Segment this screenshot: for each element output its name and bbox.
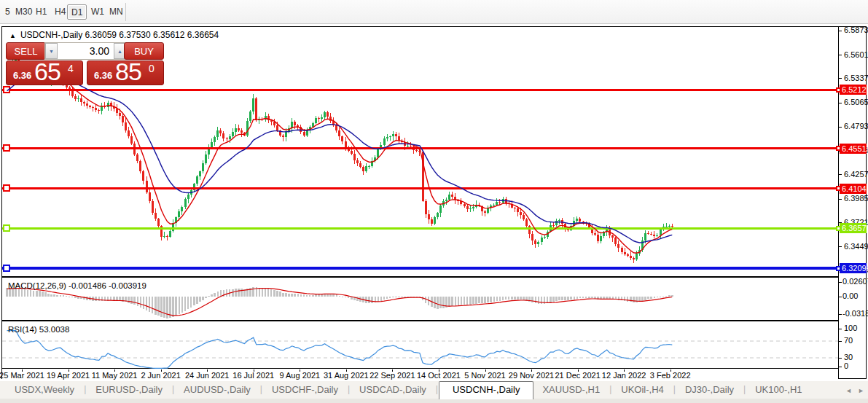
- tabs-wrap: USDX,Weekly|EURUSD-,Daily|AUDUSD-,Daily|…: [6, 382, 811, 399]
- tab-ukoil-h4[interactable]: UKOil-,H4: [612, 382, 673, 398]
- buy-price-button[interactable]: 6.36 85 0: [87, 60, 164, 85]
- price-tick-label: 6.34490: [844, 242, 868, 251]
- macd-indicator-pane[interactable]: MACD(12,26,9) -0.001486 -0.003919: [2, 279, 838, 321]
- date-label: 12 Jan 2022: [602, 371, 646, 380]
- buy-button[interactable]: BUY: [124, 42, 164, 60]
- hline-axis-marker[interactable]: [836, 226, 841, 231]
- rsi-tick-mark: [839, 329, 842, 329]
- rsi-tick-mark: [839, 358, 842, 359]
- date-label: 9 Aug 2021: [279, 371, 320, 380]
- horizontal-level-lines[interactable]: [2, 87, 838, 271]
- tab-uk100-h1[interactable]: UK100-,H1: [746, 382, 810, 398]
- macd-tick-mark: [839, 282, 842, 283]
- rsi-line: [7, 331, 673, 369]
- hline-price-label[interactable]: 6.32098: [840, 263, 867, 273]
- tab-divider: |: [673, 382, 676, 394]
- hline-price-label[interactable]: 6.41043: [840, 184, 867, 194]
- price-tick-mark: [839, 103, 842, 103]
- date-label: 24 Jun 2021: [185, 371, 230, 380]
- volume-input[interactable]: [58, 43, 114, 59]
- rsi-tick-label: 30: [844, 353, 853, 361]
- tab-usdchf-daily[interactable]: USDCHF-,Daily: [263, 382, 347, 398]
- tab-eurusd-daily[interactable]: EURUSD-,Daily: [87, 382, 171, 398]
- macd-tick-mark: [839, 297, 842, 297]
- hline-price-label[interactable]: 6.52126: [840, 85, 867, 95]
- date-label: 16 Jul 2021: [232, 371, 274, 380]
- price-axis[interactable]: 6.587306.560106.533706.506506.479306.452…: [838, 27, 866, 378]
- price-tick-mark: [839, 78, 842, 79]
- tab-usdcad-daily[interactable]: USDCAD-,Daily: [351, 382, 435, 398]
- rsi-tick-mark: [839, 367, 842, 367]
- price-tick-mark: [839, 174, 842, 175]
- timeframe-button-mn[interactable]: MN: [106, 4, 127, 20]
- price-tick-mark: [839, 31, 842, 31]
- toolbar-separator: [125, 3, 126, 21]
- hline-axis-marker[interactable]: [836, 266, 841, 271]
- macd-tick-mark: [839, 314, 842, 315]
- timeframe-button-d1[interactable]: D1: [67, 4, 87, 20]
- tab-divider: |: [436, 382, 438, 394]
- price-tick-mark: [839, 127, 842, 128]
- chart-symbol-label: USDCNH-,Daily: [20, 30, 82, 40]
- tab-scroll-left-icon[interactable]: ◄: [845, 387, 852, 394]
- rsi-indicator-pane[interactable]: RSI(14) 53.0038: [2, 323, 838, 369]
- hline-axis-marker[interactable]: [836, 186, 841, 191]
- price-tick-mark: [839, 199, 842, 200]
- candles: [6, 55, 673, 262]
- tab-dj30-daily[interactable]: DJ30-,Daily: [676, 382, 743, 398]
- tab-audusd-daily[interactable]: AUDUSD-,Daily: [175, 382, 259, 398]
- hline-price-label[interactable]: 6.36570: [840, 223, 867, 233]
- tab-usdcnh-daily[interactable]: USDCNH-,Daily: [439, 381, 533, 399]
- rsi-label: RSI(14) 53.0038: [8, 325, 69, 334]
- tab-scroll-right-icon[interactable]: ►: [858, 387, 864, 394]
- date-label: 21 Dec 2021: [555, 371, 600, 380]
- buy-price-big: 85: [115, 60, 141, 85]
- date-label: 14 Oct 2021: [417, 371, 461, 380]
- date-label: 22 Sep 2021: [370, 371, 415, 380]
- rsi-tick-label: 70: [844, 336, 853, 345]
- tab-usdx-weekly[interactable]: USDX,Weekly: [6, 382, 83, 398]
- price-tick-mark: [839, 55, 842, 55]
- buy-price-sup: 0: [149, 63, 155, 74]
- rsi-tick-label: 100: [844, 324, 857, 332]
- date-label: 25 Mar 2021: [0, 371, 44, 380]
- tab-divider: |: [609, 382, 611, 394]
- main-chart-pane[interactable]: ▲USDCNH-,Daily 6.36059 6.37530 6.35612 6…: [2, 27, 838, 278]
- tab-xauusd-h1[interactable]: XAUUSD-,H1: [533, 382, 609, 398]
- ohlc-open: 6.36059: [85, 30, 117, 40]
- buy-price-prefix: 6.36: [94, 70, 112, 81]
- ohlc-high: 6.37530: [119, 30, 150, 40]
- date-label: 5 Nov 2021: [464, 371, 505, 380]
- price-tick-mark: [839, 246, 842, 247]
- date-label: 3 Feb 2022: [650, 371, 691, 380]
- timeframe-button-w1[interactable]: W1: [87, 4, 108, 20]
- macd-tick-label: 0.02607: [842, 277, 868, 286]
- timeframe-button-h1[interactable]: H1: [32, 4, 50, 20]
- tab-divider: |: [172, 382, 174, 394]
- date-axis: 25 Mar 202119 Apr 202111 May 20212 Jun 2…: [2, 369, 838, 380]
- hline-axis-marker[interactable]: [836, 146, 841, 151]
- price-tick-label: 6.56010: [844, 50, 868, 59]
- plot-stack: ▲USDCNH-,Daily 6.36059 6.37530 6.35612 6…: [2, 27, 838, 378]
- date-label: 19 Apr 2021: [47, 371, 90, 380]
- price-tick-label: 6.53370: [844, 74, 868, 82]
- chart-window: ▲USDCNH-,Daily 6.36059 6.37530 6.35612 6…: [1, 26, 867, 379]
- sell-button[interactable]: SELL: [6, 42, 46, 60]
- macd-signal-line: [7, 289, 673, 316]
- fast-ma-line: [7, 66, 673, 253]
- volume-spinner: ▼ ▲: [44, 42, 127, 60]
- chart-tab-bar: USDX,Weekly|EURUSD-,Daily|AUDUSD-,Daily|…: [0, 380, 868, 403]
- macd-label: MACD(12,26,9) -0.001486 -0.003919: [8, 281, 146, 290]
- tab-divider: |: [348, 382, 350, 394]
- rsi-canvas: [2, 323, 838, 369]
- collapse-icon[interactable]: ▲: [9, 32, 16, 39]
- date-label: 2 Jun 2021: [141, 371, 180, 380]
- tab-divider: |: [743, 382, 746, 394]
- ohlc-close: 6.36654: [187, 30, 219, 40]
- slow-ma-line: [7, 77, 673, 243]
- hline-price-label[interactable]: 6.45515: [840, 144, 867, 154]
- volume-decrease-button[interactable]: ▼: [45, 43, 58, 59]
- sell-price-button[interactable]: 6.36 65 4: [6, 60, 83, 85]
- hline-axis-marker[interactable]: [836, 87, 841, 93]
- tab-divider: |: [260, 382, 262, 394]
